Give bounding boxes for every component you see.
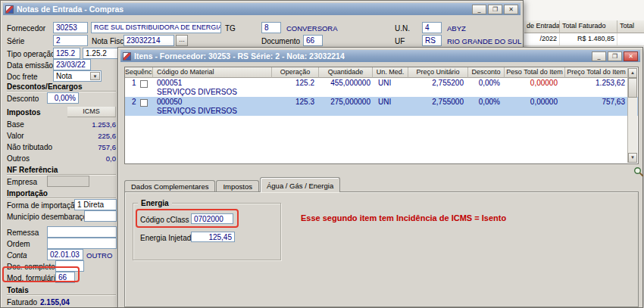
item-codigo: 000050 (157, 98, 272, 107)
serie-field[interactable]: 2 (53, 35, 88, 46)
section-importacao: Importação (7, 189, 48, 198)
row-checkbox[interactable] (140, 80, 148, 88)
scroll-down-button[interactable]: ▼ (628, 153, 637, 163)
empresa-field[interactable] (47, 176, 89, 187)
annotation-text: Esse segundo item tem Incidência de ICMS… (301, 213, 506, 222)
doc-frete-combo[interactable]: Nota ▼ (53, 70, 102, 82)
close-button[interactable]: ✕ (504, 5, 518, 14)
tab-label: Dados Complementares (131, 182, 208, 191)
bg-cell-total (617, 33, 644, 46)
zoom-icon[interactable] (633, 166, 644, 177)
cell-preco-total: 757,63 (565, 97, 627, 116)
chevron-down-icon[interactable]: ▼ (90, 72, 100, 80)
cell-checkbox (140, 78, 153, 97)
un-field[interactable]: 4 (422, 22, 442, 33)
browse-button[interactable]: ... (176, 35, 188, 46)
tipo-operacao-label: Tipo operação (7, 50, 55, 58)
codigo-cclass-field[interactable]: 0702000 (191, 213, 233, 224)
minimize-button[interactable]: _ (472, 5, 486, 14)
items-window-titlebar[interactable]: Itens - Fornecedor: 30253 - RS Série: 2 … (120, 50, 640, 62)
cell-operacao: 125.2 (272, 78, 319, 97)
section-divider (7, 198, 116, 198)
conta-label: Conta (7, 251, 27, 260)
tipo-operacao-combo-value: 1.25.2 (86, 49, 107, 58)
remessa-field[interactable] (47, 226, 117, 238)
items-window: Itens - Fornecedor: 30253 - RS Série: 2 … (117, 47, 643, 308)
close-button[interactable]: ✕ (624, 51, 638, 61)
item-row-1[interactable]: 1 000051 SERVIÇOS DIVERSOS 125.2 455,000… (125, 78, 638, 97)
tab-agua-gas-energia[interactable]: Água / Gás / Energia (260, 177, 340, 192)
documento-field[interactable]: 66 (303, 35, 323, 46)
un-description: ABYZ (447, 24, 466, 33)
faturado-label: Faturado (7, 298, 37, 306)
impostos-valor-value: 225,6 (67, 132, 116, 140)
app-icon (123, 52, 131, 61)
grid-vertical-scrollbar[interactable]: ▲ ▼ (627, 68, 637, 163)
fornecedor-code-field[interactable]: 30253 (53, 22, 88, 33)
cell-quantidade: 455,000000 (319, 78, 373, 97)
faturado-value: 2.155,04 (40, 298, 70, 306)
column-header-sequencia[interactable]: Sequência (125, 67, 153, 78)
column-header-operacao[interactable]: Operação (272, 67, 319, 78)
cell-operacao: 125.3 (272, 97, 319, 116)
fornecedor-name-field[interactable]: RGE SUL DISTRIBUIDORA DE ENERGIA S.A. (91, 22, 221, 33)
cell-un-med: UNI (373, 97, 408, 116)
tipo-operacao-field[interactable]: 125.2 (53, 48, 80, 59)
codigo-cclass-label: Código cClass (140, 216, 189, 224)
tg-description: CONVERSORA (286, 24, 338, 33)
desconto-label: Desconto (7, 95, 39, 103)
data-emissao-label: Data emissão (7, 61, 53, 70)
impostos-outros-label: Outros (7, 154, 30, 163)
doc-frete-combo-value: Nota (56, 72, 72, 80)
uf-field[interactable]: RS (422, 35, 442, 46)
energia-injetada-field[interactable]: 125,45 (191, 232, 235, 242)
tg-label: TG (225, 24, 236, 33)
column-header-peso-total[interactable]: Peso Total do Item (505, 67, 565, 78)
item-row-2[interactable]: 2 000050 SERVIÇOS DIVERSOS 125.3 275,000… (125, 97, 638, 116)
municipio-desembaraco-label: Município desembaraço (7, 213, 87, 221)
column-header-desconto[interactable]: Desconto (468, 67, 505, 78)
forma-importacao-label: Forma de importação (7, 201, 79, 210)
column-header-un-med[interactable]: Un. Med. (373, 67, 408, 78)
column-header-preco-total[interactable]: Preço Total do Item (565, 67, 627, 78)
minimize-button[interactable]: _ (592, 51, 606, 61)
un-label: U.N. (395, 24, 410, 33)
cell-quantidade: 275,000000 (319, 97, 373, 116)
tab-dados-complementares[interactable]: Dados Complementares (124, 180, 215, 192)
forma-importacao-field[interactable]: 1 Direta (74, 199, 117, 210)
municipio-desembaraco-field[interactable] (84, 210, 117, 222)
impostos-nao-tributado-value: 757,6 (67, 143, 116, 151)
maximize-button[interactable]: ❐ (488, 5, 502, 14)
conta-field[interactable]: 02.01.03 (47, 249, 83, 260)
mod-formulario-field[interactable]: 66 (55, 272, 75, 283)
bg-cell-data-entrada: /2022 (524, 33, 560, 46)
section-divider (7, 174, 116, 175)
cell-sequencia: 2 (125, 97, 140, 116)
nota-fiscal-field[interactable]: 23032214 (123, 35, 174, 46)
cell-checkbox (140, 97, 153, 116)
tg-field[interactable]: 8 (261, 22, 281, 33)
scrollbar-thumb[interactable] (628, 78, 637, 98)
energia-groupbox: Energia Código cClass 0702000 Energia In… (133, 203, 281, 260)
item-codigo: 000051 (157, 79, 272, 88)
scroll-up-button[interactable]: ▲ (628, 68, 637, 78)
row-checkbox[interactable] (140, 99, 148, 107)
ordem-field[interactable] (47, 238, 117, 249)
data-emissao-field[interactable]: 23/03/22 (53, 59, 91, 70)
doc-frete-label: Doc frete (7, 73, 38, 81)
desconto-field[interactable]: 0,00% (47, 92, 79, 104)
column-header-quantidade[interactable]: Quantidade (319, 67, 373, 78)
column-header-preco-unitario[interactable]: Preço Unitário (408, 67, 468, 78)
empresa-label: Empresa (7, 178, 37, 186)
bg-grid-row[interactable]: /2022 R$ 1.480,85 (524, 33, 644, 46)
energia-injetada-label: Energia Injetada (140, 234, 195, 242)
main-window-titlebar[interactable]: Notas de Entrada - Compras _ ❐ ✕ (3, 3, 521, 15)
cell-desconto: 0,00% (468, 78, 505, 97)
cell-peso-total: 0,00000 (505, 97, 565, 116)
column-header-codigo[interactable]: Código do Material (153, 67, 272, 78)
doc-completo-field[interactable] (55, 260, 84, 272)
tab-impostos[interactable]: Impostos (216, 180, 259, 192)
bg-column-header-total: Total (617, 20, 644, 33)
items-grid-header: Sequência Código do Material Operação Qu… (125, 67, 638, 78)
maximize-button[interactable]: ❐ (608, 51, 622, 61)
